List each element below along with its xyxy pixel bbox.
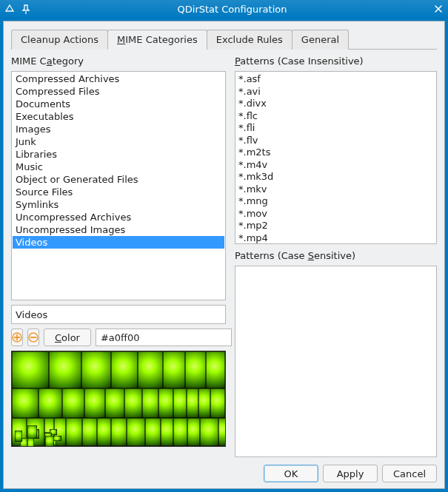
pattern-line: *.mp2 <box>238 220 433 232</box>
cancel-button[interactable]: Cancel <box>382 465 437 482</box>
list-item[interactable]: Object or Generated Files <box>13 173 224 186</box>
list-item[interactable]: Junk <box>13 135 224 148</box>
treemap-cell <box>206 351 225 388</box>
patterns-cs-textbox[interactable] <box>235 266 437 457</box>
treemap-cell <box>12 388 39 418</box>
treemap-cell <box>198 388 210 418</box>
pattern-line: *.mov <box>238 208 433 220</box>
pin-icon[interactable] <box>19 2 33 16</box>
treemap-cell <box>187 388 198 418</box>
color-value-input[interactable] <box>96 328 232 346</box>
tab-bar: Cleanup Actions MIME Categories Exclude … <box>11 29 437 50</box>
treemap-cell <box>127 418 145 446</box>
treemap-cell <box>45 436 54 448</box>
treemap-cell <box>200 418 218 446</box>
pattern-line: *.fli <box>238 122 433 135</box>
pattern-line: *.divx <box>238 98 433 110</box>
mime-category-label: MIME Category <box>11 55 226 67</box>
add-category-button[interactable] <box>11 328 23 346</box>
treemap-cell <box>84 388 105 418</box>
treemap-cell <box>218 418 226 446</box>
list-item[interactable]: Libraries <box>13 148 224 161</box>
pattern-line: *.avi <box>238 86 433 98</box>
treemap-cell <box>111 418 127 446</box>
pattern-line: *.asf <box>238 73 433 86</box>
patterns-cs-label: Patterns (Case Sensitive) <box>235 250 437 261</box>
treemap-cell <box>173 418 187 446</box>
treemap-cell <box>210 388 225 418</box>
list-item[interactable]: Symlinks <box>13 198 224 211</box>
tab-content: MIME Category Compressed ArchivesCompres… <box>11 54 437 457</box>
pattern-line: *.m2ts <box>238 146 433 159</box>
titlebar-left-controls <box>3 2 33 16</box>
treemap-cell <box>82 418 97 446</box>
patterns-ci-label: Patterns (Case Insensitive) <box>235 55 437 67</box>
pattern-line: *.flc <box>238 110 433 123</box>
treemap-cell <box>173 388 187 418</box>
treemap-cell <box>185 351 206 388</box>
treemap-cell <box>161 418 173 446</box>
left-column: MIME Category Compressed ArchivesCompres… <box>11 54 226 457</box>
treemap-cell <box>105 388 124 418</box>
right-column: Patterns (Case Insensitive) *.asf*.avi*.… <box>235 54 437 457</box>
list-item[interactable]: Compressed Files <box>13 85 224 98</box>
treemap-cell <box>145 418 161 446</box>
pattern-line: *.m4v <box>238 159 433 172</box>
tab-general[interactable]: General <box>292 30 349 50</box>
mime-category-list[interactable]: Compressed ArchivesCompressed FilesDocum… <box>11 71 226 300</box>
remove-category-button[interactable] <box>27 328 39 346</box>
pattern-line: *.mng <box>238 195 433 208</box>
window-title: QDirStat Configuration <box>33 4 432 15</box>
treemap-cell <box>39 388 62 418</box>
patterns-ci-textbox[interactable]: *.asf*.avi*.divx*.flc*.fli*.flv*.m2ts*.m… <box>235 71 437 244</box>
treemap-cell <box>15 431 21 442</box>
list-item[interactable]: Videos <box>13 236 224 249</box>
color-button[interactable]: Color <box>44 328 91 346</box>
treemap-cell <box>62 388 84 418</box>
treemap-cell <box>12 351 49 388</box>
treemap-cell <box>187 418 200 446</box>
treemap-cell <box>138 351 163 388</box>
tab-cleanup-actions[interactable]: Cleanup Actions <box>11 30 108 50</box>
list-item[interactable]: Documents <box>13 98 224 110</box>
list-item[interactable]: Music <box>13 161 224 173</box>
titlebar: QDirStat Configuration <box>0 0 448 18</box>
pattern-line: *.mkv <box>238 183 433 196</box>
list-item[interactable]: Uncompressed Archives <box>13 211 224 223</box>
close-icon[interactable] <box>432 2 445 16</box>
treemap-cell <box>49 351 81 388</box>
pattern-line: *.flv <box>238 135 433 147</box>
pattern-line: *.mp4 <box>238 232 433 245</box>
apply-button[interactable]: Apply <box>323 465 378 482</box>
dialog-button-row: OK Apply Cancel <box>11 462 437 482</box>
treemap-cell <box>163 351 185 388</box>
list-item[interactable]: Compressed Archives <box>13 73 224 85</box>
treemap-cell <box>142 388 158 418</box>
treemap-cell <box>158 388 173 418</box>
client-area: Cleanup Actions MIME Categories Exclude … <box>3 21 445 489</box>
category-name-input[interactable] <box>11 305 226 324</box>
pattern-line: *.mk3d <box>238 171 433 183</box>
treemap-cell <box>81 351 111 388</box>
list-item[interactable]: Executables <box>13 110 224 123</box>
treemap-cell <box>27 425 37 439</box>
titlebar-right-controls <box>432 2 445 16</box>
ok-button[interactable]: OK <box>264 465 318 482</box>
treemap-cell <box>27 438 34 448</box>
list-item[interactable]: Images <box>13 123 224 135</box>
list-item[interactable]: Uncompressed Images <box>13 223 224 236</box>
config-window: QDirStat Configuration Cleanup Actions M… <box>0 0 448 492</box>
treemap-cell <box>111 351 138 388</box>
window-menu-icon[interactable] <box>3 2 16 16</box>
treemap-preview <box>11 351 226 447</box>
tab-exclude-rules[interactable]: Exclude Rules <box>207 30 292 50</box>
tab-mime-categories[interactable]: MIME Categories <box>107 30 207 50</box>
treemap-cell <box>124 388 142 418</box>
treemap-cell <box>97 418 111 446</box>
list-item[interactable]: Source Files <box>13 186 224 198</box>
category-controls-row: Color <box>11 328 226 346</box>
treemap-cell <box>66 418 82 446</box>
